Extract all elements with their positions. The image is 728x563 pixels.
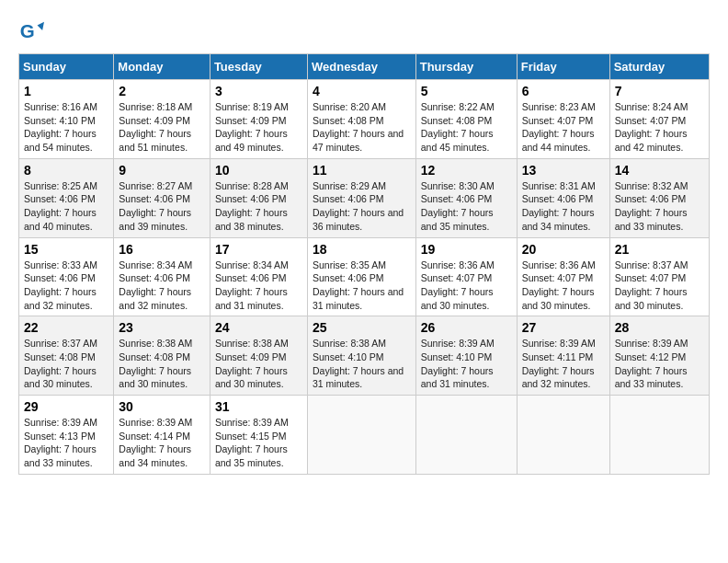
daylight-label: Daylight: 7 hours and 39 minutes. [119, 207, 191, 232]
calendar-day-cell: 22 Sunrise: 8:37 AM Sunset: 4:08 PM Dayl… [19, 316, 114, 396]
calendar-day-cell: 9 Sunrise: 8:27 AM Sunset: 4:06 PM Dayli… [114, 158, 210, 237]
sunset-label: Sunset: 4:11 PM [522, 351, 594, 362]
col-header-monday: Monday [114, 54, 210, 80]
daylight-label: Daylight: 7 hours and 45 minutes. [421, 128, 494, 153]
calendar-day-cell: 6 Sunrise: 8:23 AM Sunset: 4:07 PM Dayli… [517, 80, 609, 159]
sunrise-label: Sunrise: 8:27 AM [119, 180, 192, 191]
day-number: 27 [522, 320, 605, 335]
calendar-day-cell: 19 Sunrise: 8:36 AM Sunset: 4:07 PM Dayl… [415, 237, 517, 316]
day-info: Sunrise: 8:20 AM Sunset: 4:08 PM Dayligh… [313, 100, 411, 155]
calendar-day-cell: 25 Sunrise: 8:38 AM Sunset: 4:10 PM Dayl… [307, 316, 415, 396]
day-info: Sunrise: 8:39 AM Sunset: 4:10 PM Dayligh… [421, 337, 512, 391]
calendar-day-cell: 11 Sunrise: 8:29 AM Sunset: 4:06 PM Dayl… [307, 158, 415, 237]
empty-cell [609, 396, 709, 475]
calendar-day-cell: 30 Sunrise: 8:39 AM Sunset: 4:14 PM Dayl… [114, 396, 210, 475]
daylight-label: Daylight: 7 hours and 44 minutes. [522, 128, 595, 153]
sunset-label: Sunset: 4:07 PM [421, 272, 493, 283]
svg-marker-1 [38, 22, 44, 30]
calendar-week-row: 8 Sunrise: 8:25 AM Sunset: 4:06 PM Dayli… [19, 158, 710, 237]
sunset-label: Sunset: 4:07 PM [615, 272, 687, 283]
sunset-label: Sunset: 4:08 PM [421, 115, 493, 126]
calendar-header-row: SundayMondayTuesdayWednesdayThursdayFrid… [19, 54, 710, 80]
sunrise-label: Sunrise: 8:28 AM [215, 180, 289, 191]
calendar-day-cell: 29 Sunrise: 8:39 AM Sunset: 4:13 PM Dayl… [19, 396, 114, 475]
day-number: 9 [119, 163, 205, 178]
sunset-label: Sunset: 4:06 PM [522, 193, 594, 204]
day-info: Sunrise: 8:39 AM Sunset: 4:14 PM Dayligh… [119, 416, 205, 470]
daylight-label: Daylight: 7 hours and 54 minutes. [24, 128, 97, 153]
day-info: Sunrise: 8:39 AM Sunset: 4:11 PM Dayligh… [522, 337, 605, 391]
daylight-label: Daylight: 7 hours and 30 minutes. [615, 286, 688, 311]
daylight-label: Daylight: 7 hours and 31 minutes. [215, 286, 288, 311]
sunset-label: Sunset: 4:06 PM [119, 193, 190, 204]
day-info: Sunrise: 8:37 AM Sunset: 4:08 PM Dayligh… [24, 337, 108, 391]
empty-cell [517, 396, 609, 475]
day-info: Sunrise: 8:24 AM Sunset: 4:07 PM Dayligh… [615, 100, 704, 155]
calendar-week-row: 1 Sunrise: 8:16 AM Sunset: 4:10 PM Dayli… [19, 80, 710, 159]
sunset-label: Sunset: 4:06 PM [215, 193, 287, 204]
sunset-label: Sunset: 4:06 PM [119, 272, 190, 283]
daylight-label: Daylight: 7 hours and 32 minutes. [119, 286, 191, 311]
calendar-day-cell: 17 Sunrise: 8:34 AM Sunset: 4:06 PM Dayl… [210, 237, 307, 316]
sunrise-label: Sunrise: 8:34 AM [215, 259, 289, 270]
sunrise-label: Sunrise: 8:23 AM [522, 101, 596, 112]
day-number: 10 [215, 163, 302, 178]
daylight-label: Daylight: 7 hours and 33 minutes. [615, 365, 688, 390]
sunrise-label: Sunrise: 8:35 AM [313, 259, 386, 270]
day-number: 28 [615, 320, 704, 335]
day-number: 1 [24, 84, 108, 98]
sunset-label: Sunset: 4:13 PM [24, 431, 96, 442]
sunset-label: Sunset: 4:06 PM [313, 272, 384, 283]
calendar-table: SundayMondayTuesdayWednesdayThursdayFrid… [18, 53, 710, 475]
daylight-label: Daylight: 7 hours and 30 minutes. [215, 365, 288, 390]
sunrise-label: Sunrise: 8:33 AM [24, 259, 97, 270]
day-number: 4 [313, 84, 411, 98]
sunset-label: Sunset: 4:08 PM [24, 351, 96, 362]
sunset-label: Sunset: 4:06 PM [421, 193, 493, 204]
col-header-thursday: Thursday [415, 54, 517, 80]
day-number: 19 [421, 242, 512, 257]
calendar-day-cell: 12 Sunrise: 8:30 AM Sunset: 4:06 PM Dayl… [415, 158, 517, 237]
sunset-label: Sunset: 4:09 PM [215, 351, 287, 362]
calendar-day-cell: 27 Sunrise: 8:39 AM Sunset: 4:11 PM Dayl… [517, 316, 609, 396]
day-info: Sunrise: 8:33 AM Sunset: 4:06 PM Dayligh… [24, 259, 108, 313]
sunrise-label: Sunrise: 8:38 AM [313, 338, 386, 349]
sunrise-label: Sunrise: 8:39 AM [119, 417, 192, 428]
page-header: G [18, 18, 710, 44]
daylight-label: Daylight: 7 hours and 31 minutes. [313, 365, 404, 390]
sunset-label: Sunset: 4:06 PM [313, 193, 384, 204]
sunrise-label: Sunrise: 8:39 AM [615, 338, 688, 349]
day-number: 26 [421, 320, 512, 335]
day-number: 11 [313, 163, 411, 178]
logo: G [18, 18, 48, 44]
daylight-label: Daylight: 7 hours and 30 minutes. [522, 286, 595, 311]
calendar-day-cell: 3 Sunrise: 8:19 AM Sunset: 4:09 PM Dayli… [210, 80, 307, 159]
sunset-label: Sunset: 4:14 PM [119, 431, 190, 442]
daylight-label: Daylight: 7 hours and 31 minutes. [313, 286, 404, 311]
col-header-tuesday: Tuesday [210, 54, 307, 80]
day-info: Sunrise: 8:27 AM Sunset: 4:06 PM Dayligh… [119, 179, 205, 234]
sunset-label: Sunset: 4:08 PM [313, 115, 384, 126]
sunrise-label: Sunrise: 8:18 AM [119, 101, 192, 112]
sunrise-label: Sunrise: 8:34 AM [119, 259, 192, 270]
day-info: Sunrise: 8:35 AM Sunset: 4:06 PM Dayligh… [313, 259, 411, 313]
sunrise-label: Sunrise: 8:29 AM [313, 180, 386, 191]
day-info: Sunrise: 8:37 AM Sunset: 4:07 PM Dayligh… [615, 259, 704, 313]
day-info: Sunrise: 8:38 AM Sunset: 4:08 PM Dayligh… [119, 337, 205, 391]
daylight-label: Daylight: 7 hours and 49 minutes. [215, 128, 288, 153]
day-info: Sunrise: 8:28 AM Sunset: 4:06 PM Dayligh… [215, 179, 302, 234]
sunrise-label: Sunrise: 8:22 AM [421, 101, 495, 112]
col-header-saturday: Saturday [609, 54, 709, 80]
calendar-day-cell: 7 Sunrise: 8:24 AM Sunset: 4:07 PM Dayli… [609, 80, 709, 159]
sunset-label: Sunset: 4:15 PM [215, 431, 287, 442]
calendar-day-cell: 15 Sunrise: 8:33 AM Sunset: 4:06 PM Dayl… [19, 237, 114, 316]
daylight-label: Daylight: 7 hours and 40 minutes. [24, 207, 97, 232]
day-info: Sunrise: 8:23 AM Sunset: 4:07 PM Dayligh… [522, 100, 605, 155]
day-info: Sunrise: 8:34 AM Sunset: 4:06 PM Dayligh… [215, 259, 302, 313]
daylight-label: Daylight: 7 hours and 31 minutes. [421, 365, 494, 390]
day-info: Sunrise: 8:36 AM Sunset: 4:07 PM Dayligh… [421, 259, 512, 313]
calendar-day-cell: 14 Sunrise: 8:32 AM Sunset: 4:06 PM Dayl… [609, 158, 709, 237]
day-info: Sunrise: 8:31 AM Sunset: 4:06 PM Dayligh… [522, 179, 605, 234]
sunset-label: Sunset: 4:06 PM [24, 193, 96, 204]
daylight-label: Daylight: 7 hours and 32 minutes. [522, 365, 595, 390]
